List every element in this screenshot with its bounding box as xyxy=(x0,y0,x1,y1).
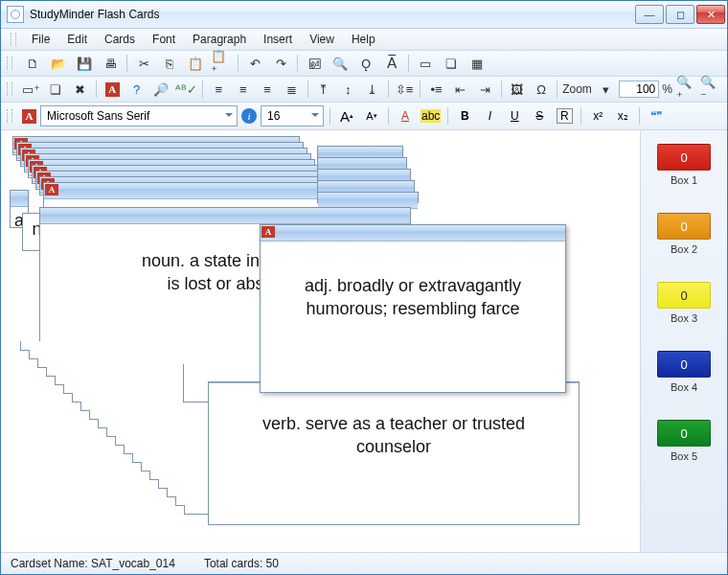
align-left-icon[interactable]: ≡ xyxy=(208,78,229,101)
copy-icon[interactable]: ⎘ xyxy=(158,52,181,75)
valign-bot-icon[interactable]: ⤓ xyxy=(362,78,383,101)
symbol-icon[interactable]: Ω xyxy=(531,78,552,101)
toolbar-grip-icon[interactable] xyxy=(7,109,12,123)
align-center-icon[interactable]: ≡ xyxy=(233,78,254,101)
bold-button[interactable]: B xyxy=(454,105,475,126)
box-count: 0 xyxy=(657,282,711,309)
cut-icon[interactable]: ✂ xyxy=(132,52,155,75)
font-size-combo[interactable]: 16 xyxy=(261,105,324,126)
zoom-dropdown-icon[interactable]: ▾ xyxy=(595,78,616,101)
card-text: verb. serve as a teacher or trusted coun… xyxy=(209,383,579,472)
toolbar-grip-icon[interactable] xyxy=(11,33,16,46)
close-button[interactable]: ✕ xyxy=(696,5,725,24)
minimize-button[interactable]: — xyxy=(635,5,664,24)
font-red-a-icon[interactable]: A xyxy=(22,109,36,124)
stacked-card[interactable] xyxy=(317,192,419,203)
box-5[interactable]: 0Box 5 xyxy=(657,420,711,462)
regular-style-button[interactable]: R xyxy=(554,105,575,126)
align-right-icon[interactable]: ≡ xyxy=(257,78,278,101)
image-icon[interactable]: 🖼 xyxy=(506,78,527,101)
flash-card-popup[interactable]: A adj. broadly or extravagantly humorous… xyxy=(260,224,566,393)
box-4[interactable]: 0Box 4 xyxy=(657,351,711,393)
cards-stack-icon[interactable]: ❏ xyxy=(440,52,463,75)
outdent-icon[interactable]: ⇤ xyxy=(450,78,471,101)
linespace-icon[interactable]: ⇳≡ xyxy=(394,78,415,101)
spellcheck-icon[interactable]: ᴬᴮ✓ xyxy=(174,78,197,101)
toolbar-font: A Microsoft Sans Serif i 16 A▴ A▾ A abc … xyxy=(1,103,727,130)
separator xyxy=(307,80,308,98)
cards-single-icon[interactable]: ▭ xyxy=(414,52,437,75)
separator xyxy=(639,107,640,125)
menu-paragraph[interactable]: Paragraph xyxy=(185,31,254,48)
font-family-combo[interactable]: Microsoft Sans Serif xyxy=(40,105,238,126)
superscript-button[interactable]: x² xyxy=(587,105,608,126)
menubar: File Edit Cards Font Paragraph Insert Vi… xyxy=(1,29,727,51)
help-icon[interactable]: ? xyxy=(125,78,147,101)
separator xyxy=(501,80,502,98)
new-icon[interactable]: 🗋 xyxy=(21,52,44,75)
paste-icon[interactable]: 📋 xyxy=(184,52,207,75)
font-red-icon[interactable]: A xyxy=(102,78,123,101)
print-icon[interactable]: 🖶 xyxy=(99,52,122,75)
card-delete-icon[interactable]: ✖ xyxy=(70,78,91,101)
status-bar: Cardset Name: SAT_vocab_014 Total cards:… xyxy=(1,552,727,574)
italic-button[interactable]: I xyxy=(479,105,500,126)
box-label: Box 5 xyxy=(671,450,697,462)
highlight-button[interactable]: abc xyxy=(420,105,442,126)
toolbar-grip-icon[interactable] xyxy=(7,57,12,70)
bullets-icon[interactable]: •≡ xyxy=(425,78,446,101)
zoom-tool-icon[interactable]: 🔍 xyxy=(329,52,352,75)
font-color-button[interactable]: A xyxy=(395,105,416,126)
workspace: A A A A A A A A a A n noun. a state xyxy=(1,130,727,552)
menu-font[interactable]: Font xyxy=(145,31,183,48)
paste-special-icon[interactable]: 📋⁺ xyxy=(210,52,233,75)
stacked-card[interactable] xyxy=(317,146,403,157)
redo-icon[interactable]: ↷ xyxy=(269,52,292,75)
valign-mid-icon[interactable]: ↕ xyxy=(337,78,358,101)
box-panel: 0Box 1 0Box 2 0Box 3 0Box 4 0Box 5 xyxy=(640,130,727,552)
stacked-card[interactable] xyxy=(317,180,415,192)
open-icon[interactable]: 📂 xyxy=(47,52,70,75)
flash-card[interactable]: verb. serve as a teacher or trusted coun… xyxy=(208,381,580,525)
separator xyxy=(388,80,389,98)
stacked-card[interactable] xyxy=(317,169,411,180)
indent-icon[interactable]: ⇥ xyxy=(474,78,495,101)
card-text: adj. broadly or extravagantly humorous; … xyxy=(261,242,565,334)
zoom-input[interactable] xyxy=(619,80,659,98)
menu-edit[interactable]: Edit xyxy=(59,31,95,48)
zoom-out-icon[interactable]: 🔍⁻ xyxy=(699,78,720,101)
font-info-icon[interactable]: i xyxy=(241,108,257,124)
menu-file[interactable]: File xyxy=(24,31,57,48)
menu-view[interactable]: View xyxy=(302,31,342,48)
valign-top-icon[interactable]: ⤒ xyxy=(313,78,334,101)
box-1[interactable]: 0Box 1 xyxy=(657,144,711,186)
shrink-font-button[interactable]: A▾ xyxy=(361,105,382,126)
menu-help[interactable]: Help xyxy=(344,31,383,48)
box-3[interactable]: 0Box 3 xyxy=(657,282,711,324)
box-label: Box 3 xyxy=(671,312,697,324)
zoom-in-icon[interactable]: 🔍⁺ xyxy=(675,78,696,101)
toolbar-grip-icon[interactable] xyxy=(7,82,12,96)
save-icon[interactable]: 💾 xyxy=(73,52,96,75)
underline-button[interactable]: U xyxy=(504,105,525,126)
bigfont-icon[interactable]: A̅ xyxy=(380,52,403,75)
card-dup-icon[interactable]: ❏ xyxy=(45,78,66,101)
cards-grid-icon[interactable]: ▦ xyxy=(466,52,489,75)
char-icon[interactable]: Ǫ xyxy=(354,52,377,75)
maximize-button[interactable]: ◻ xyxy=(666,5,694,24)
grow-font-button[interactable]: A▴ xyxy=(336,105,357,126)
card-add-icon[interactable]: ▭⁺ xyxy=(21,78,42,101)
find-icon[interactable]: 🗟 xyxy=(303,52,326,75)
card-area[interactable]: A A A A A A A A a A n noun. a state xyxy=(1,130,640,552)
stacked-card[interactable] xyxy=(317,157,407,169)
box-2[interactable]: 0Box 2 xyxy=(657,213,711,255)
subscript-button[interactable]: x₂ xyxy=(612,105,633,126)
menu-insert[interactable]: Insert xyxy=(256,31,300,48)
quote-button[interactable]: ❝❞ xyxy=(646,105,667,126)
strikethrough-button[interactable]: S xyxy=(529,105,550,126)
separator xyxy=(96,80,97,98)
align-justify-icon[interactable]: ≣ xyxy=(281,78,302,101)
menu-cards[interactable]: Cards xyxy=(97,31,143,48)
search-doc-icon[interactable]: 🔎 xyxy=(150,78,171,101)
undo-icon[interactable]: ↶ xyxy=(243,52,266,75)
